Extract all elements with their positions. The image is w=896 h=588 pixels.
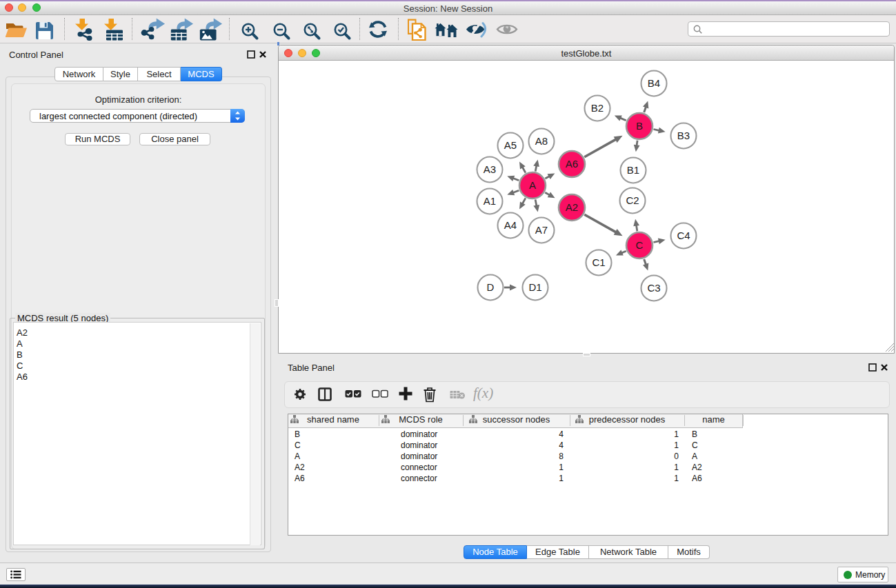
svg-text:A4: A4: [504, 219, 517, 231]
svg-text:B4: B4: [648, 77, 660, 89]
svg-text:A1: A1: [484, 195, 496, 207]
svg-text:A6: A6: [566, 158, 578, 170]
svg-text:A2: A2: [566, 201, 578, 213]
svg-text:C4: C4: [677, 230, 690, 241]
svg-text:C1: C1: [592, 256, 605, 268]
svg-text:C2: C2: [626, 194, 639, 206]
svg-text:A8: A8: [535, 135, 548, 147]
svg-text:A: A: [529, 179, 536, 191]
svg-text:B2: B2: [591, 102, 604, 114]
svg-text:B1: B1: [627, 164, 639, 176]
svg-text:D1: D1: [528, 281, 541, 293]
svg-text:C: C: [636, 239, 644, 251]
svg-text:B3: B3: [677, 130, 690, 141]
svg-text:A3: A3: [484, 163, 496, 175]
svg-text:D: D: [487, 281, 495, 293]
svg-text:C3: C3: [647, 282, 660, 294]
svg-text:B: B: [636, 120, 643, 132]
svg-text:A7: A7: [535, 224, 548, 236]
svg-text:A5: A5: [504, 139, 517, 151]
